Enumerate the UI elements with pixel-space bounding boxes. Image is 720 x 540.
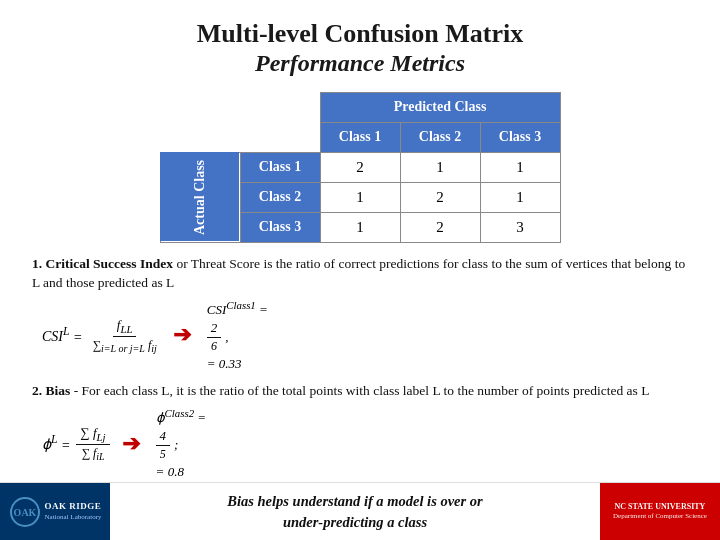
svg-text:OAK: OAK [13, 507, 36, 518]
item-2-rest: - For each class L, it is the ratio of t… [74, 383, 650, 398]
footer-line1: Bias helps understand if a model is over… [130, 491, 580, 511]
phi-num: ∑ fLj [76, 424, 109, 445]
csi-r-fraction: 2 6 [207, 319, 222, 355]
cell-3-2: 2 [400, 212, 480, 242]
matrix-wrapper: Predicted Class Class 1 Class 2 Class 3 … [28, 92, 692, 243]
phi-r-fraction: 4 5 [156, 427, 171, 463]
formula-row-1: CSIL = fLL ∑i=L or j=L fij ➔ CSIClass1 =… [42, 299, 688, 372]
arrow-icon-2: ➔ [122, 431, 140, 457]
csi-r-den: 6 [207, 338, 221, 355]
actual-class-label: Actual Class [160, 152, 240, 242]
csi-denominator: ∑i=L or j=L fij [88, 337, 160, 355]
oak-ridge-text-block: OAK RIDGE National Laboratory [45, 501, 102, 521]
csi-fraction-right: 2 6 , [207, 319, 229, 355]
title-sub: Performance Metrics [28, 49, 692, 78]
csi-right-result: CSIClass1 = 2 6 , = 0.33 [207, 299, 268, 372]
csi-left-formula: CSIL = fLL ∑i=L or j=L fij [42, 316, 161, 355]
csi-fraction: fLL ∑i=L or j=L fij [88, 316, 160, 355]
ncstate-sub: Department of Computer Science [613, 512, 707, 521]
cell-3-1: 1 [320, 212, 400, 242]
ncstate-name: NC STATE UNIVERSITY [613, 502, 707, 512]
formula-row-2: ϕL = ∑ fLj ∑ fiL ➔ ϕClass2 = 4 5 ; = 0.8 [42, 407, 688, 480]
row-label-1: Class 1 [240, 152, 320, 182]
cell-2-1: 1 [320, 182, 400, 212]
confusion-matrix: Predicted Class Class 1 Class 2 Class 3 … [160, 92, 561, 243]
spacer-row2-cell2 [240, 122, 320, 152]
footer-bar: OAK OAK RIDGE National Laboratory Bias h… [0, 482, 720, 540]
footer-left: OAK OAK RIDGE National Laboratory [0, 483, 110, 541]
col-header-2: Class 2 [400, 122, 480, 152]
spacer-cell [160, 92, 240, 122]
cell-2-2: 2 [400, 182, 480, 212]
item-1-number: 1. [32, 256, 42, 271]
phi-class2-label: ϕClass2 = [156, 407, 207, 426]
phi-fraction: ∑ fLj ∑ fiL [76, 424, 109, 463]
page-container: Multi-level Confusion Matrix Performance… [0, 0, 720, 540]
col-header-3: Class 3 [480, 122, 560, 152]
phi-den: ∑ fiL [77, 445, 108, 463]
cell-1-1: 2 [320, 152, 400, 182]
spacer-row2-cell1 [160, 122, 240, 152]
spacer-cell2 [240, 92, 320, 122]
arrow-icon: ➔ [173, 322, 191, 348]
item-2-bold: 2. Bias [32, 383, 70, 398]
csi-class1-label: CSIClass1 = [207, 299, 268, 318]
ncstate-block: NC STATE UNIVERSITY Department of Comput… [613, 502, 707, 521]
cell-1-2: 1 [400, 152, 480, 182]
oak-ridge-svg: OAK [9, 496, 41, 528]
title-main: Multi-level Confusion Matrix [28, 18, 692, 49]
phi-lhs: ϕL = [42, 434, 70, 454]
oak-ridge-name: OAK RIDGE [45, 501, 102, 513]
row-label-3: Class 3 [240, 212, 320, 242]
cell-3-3: 3 [480, 212, 560, 242]
col-header-1: Class 1 [320, 122, 400, 152]
footer-right: NC STATE UNIVERSITY Department of Comput… [600, 483, 720, 541]
oak-ridge-sub: National Laboratory [45, 513, 102, 521]
cell-1-3: 1 [480, 152, 560, 182]
cell-2-3: 1 [480, 182, 560, 212]
oak-ridge-emblem: OAK [9, 496, 41, 528]
phi-right-result: ϕClass2 = 4 5 ; = 0.8 [156, 407, 207, 480]
phi-fraction-right: 4 5 ; [156, 427, 179, 463]
oak-ridge-logo: OAK OAK RIDGE National Laboratory [9, 496, 102, 528]
phi-left-formula: ϕL = ∑ fLj ∑ fiL [42, 424, 110, 463]
row-label-2: Class 2 [240, 182, 320, 212]
table-row: Actual Class Class 1 2 1 1 [160, 152, 560, 182]
footer-center: Bias helps understand if a model is over… [110, 491, 600, 532]
content-section: 1. Critical Success Index or Threat Scor… [28, 255, 692, 480]
phi-r-num: 4 [156, 427, 171, 446]
csi-lhs: CSIL = [42, 326, 82, 346]
csi-equals-value: = 0.33 [207, 356, 242, 372]
item-1-text: 1. Critical Success Index or Threat Scor… [32, 255, 688, 293]
footer-line2: under-predicting a class [130, 512, 580, 532]
title-block: Multi-level Confusion Matrix Performance… [28, 18, 692, 78]
phi-equals-value: = 0.8 [156, 464, 184, 480]
item-2-text: 2. Bias - For each class L, it is the ra… [32, 382, 688, 401]
csi-numerator: fLL [113, 316, 137, 337]
csi-r-num: 2 [207, 319, 222, 338]
phi-r-den: 5 [156, 446, 170, 463]
predicted-class-header: Predicted Class [320, 92, 560, 122]
item-1-bold: Critical Success Index [46, 256, 174, 271]
